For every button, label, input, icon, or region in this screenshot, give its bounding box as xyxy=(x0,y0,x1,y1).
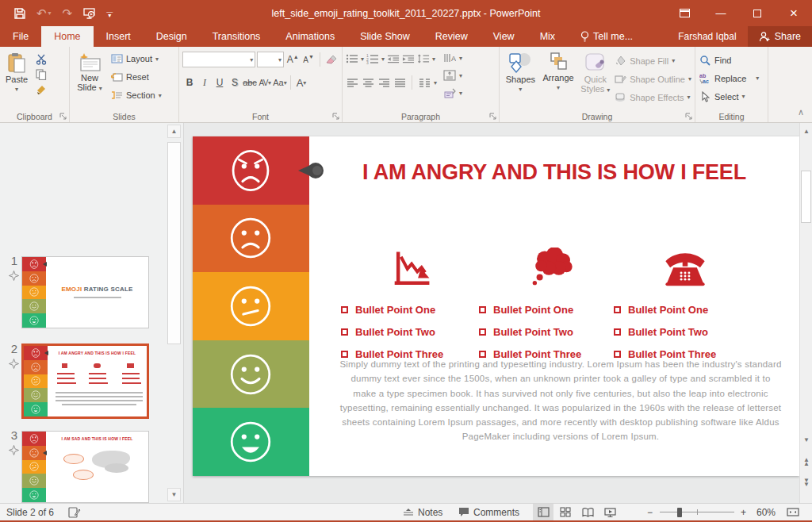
reading-view-button[interactable] xyxy=(577,504,598,520)
previous-slide-button[interactable]: ▲▲ xyxy=(800,455,812,468)
notes-toggle[interactable]: Notes xyxy=(403,504,442,520)
columns-button[interactable] xyxy=(418,76,431,89)
change-case-button[interactable]: Aa▾ xyxy=(273,75,287,90)
emoji-block-sad[interactable] xyxy=(193,205,309,273)
zoom-in-button[interactable]: + xyxy=(741,504,746,520)
account-user-name[interactable]: Farshad Iqbal xyxy=(667,26,747,47)
slide-show-view-button[interactable] xyxy=(599,504,620,520)
telephone-icon[interactable] xyxy=(663,251,707,287)
maximize-button[interactable] xyxy=(739,0,776,26)
fit-slide-to-window-button[interactable] xyxy=(787,504,799,520)
spell-check-icon[interactable] xyxy=(68,507,81,518)
zoom-out-button[interactable]: − xyxy=(647,504,653,520)
slide-paragraph-text[interactable]: Simply dummy text of the printing and ty… xyxy=(339,357,782,444)
convert-to-smartart-button[interactable]: ▾ xyxy=(443,85,462,101)
bold-button[interactable]: B xyxy=(182,75,197,90)
thumbnail-scroll-down-icon[interactable]: ▼ xyxy=(167,488,181,501)
emoji-block-neutral[interactable] xyxy=(193,272,309,340)
line-spacing-button[interactable] xyxy=(417,52,430,65)
paragraph-dialog-launcher[interactable] xyxy=(489,113,497,121)
font-dialog-launcher[interactable] xyxy=(332,113,340,121)
align-right-button[interactable] xyxy=(377,76,390,89)
tab-transitions[interactable]: Transitions xyxy=(200,26,274,47)
save-icon[interactable] xyxy=(14,8,25,19)
bullets-button[interactable] xyxy=(346,52,358,65)
minimize-button[interactable]: — xyxy=(703,0,739,26)
tab-design[interactable]: Design xyxy=(144,26,200,47)
decrease-indent-button[interactable] xyxy=(387,52,400,65)
shape-fill-button[interactable]: Shape Fill▾ xyxy=(614,52,691,69)
emoji-block-smile[interactable] xyxy=(193,340,309,409)
replace-button[interactable]: abac Replace▾ xyxy=(699,70,764,86)
tab-home[interactable]: Home xyxy=(41,26,93,47)
paste-button[interactable]: Paste ▾ xyxy=(3,50,30,110)
character-spacing-button[interactable]: AV▾ xyxy=(258,75,272,90)
close-button[interactable]: × xyxy=(776,0,812,26)
shape-effects-button[interactable]: Shape Effects▾ xyxy=(614,89,691,106)
tab-review[interactable]: Review xyxy=(423,26,481,47)
quick-styles-button[interactable]: QuickStyles ▾ xyxy=(578,50,612,110)
editor-scrollbar-thumb[interactable] xyxy=(801,171,811,223)
align-text-button[interactable]: ▾ xyxy=(443,67,462,83)
justify-button[interactable] xyxy=(393,76,406,89)
collapse-ribbon-button[interactable]: ∧ xyxy=(798,107,804,117)
font-color-button[interactable]: A▾ xyxy=(294,75,308,90)
bullet-item[interactable]: Bullet Point Two xyxy=(479,320,622,343)
thought-cloud-icon[interactable] xyxy=(527,248,573,287)
layout-button[interactable]: Layout▾ xyxy=(110,50,162,67)
customize-qat-icon[interactable]: —▾ xyxy=(106,10,113,17)
text-direction-button[interactable]: A▾ xyxy=(443,50,462,66)
scroll-down-icon[interactable]: ▼ xyxy=(800,433,812,446)
tab-slide-show[interactable]: Slide Show xyxy=(347,26,423,47)
find-button[interactable]: Find xyxy=(699,52,764,68)
tab-file[interactable]: File xyxy=(0,26,41,47)
undo-icon[interactable]: ↶▾ xyxy=(36,6,52,21)
redo-icon[interactable]: ↷ xyxy=(63,6,73,21)
slide-sorter-view-button[interactable] xyxy=(555,504,576,520)
thumbnail-scrollbar-thumb[interactable] xyxy=(167,142,181,344)
text-shadow-button[interactable]: S xyxy=(228,75,242,90)
tab-insert[interactable]: Insert xyxy=(94,26,144,47)
emoji-block-happy[interactable] xyxy=(193,408,309,476)
start-from-beginning-icon[interactable] xyxy=(83,8,95,19)
format-painter-icon[interactable] xyxy=(35,83,48,96)
zoom-slider-handle[interactable] xyxy=(677,508,682,517)
slide-canvas[interactable]: I AM ANGRY AND THIS IS HOW I FEEL Bullet… xyxy=(193,136,799,476)
thumbnail-scroll-up-icon[interactable]: ▲ xyxy=(167,125,181,138)
font-size-combobox[interactable]: ▾ xyxy=(257,52,284,67)
slide-thumbnail-3[interactable]: I AM SAD AND THIS IS HOW I FEEL xyxy=(21,431,149,503)
italic-button[interactable]: I xyxy=(197,75,212,90)
shape-outline-button[interactable]: Shape Outline▾ xyxy=(614,71,691,87)
scroll-up-icon[interactable]: ▲ xyxy=(800,125,812,137)
rating-pointer-icon[interactable] xyxy=(298,161,325,180)
tell-me-box[interactable]: Tell me... xyxy=(568,26,645,47)
tab-view[interactable]: View xyxy=(481,26,527,47)
bullet-item[interactable]: Bullet Point One xyxy=(341,298,484,320)
reset-button[interactable]: Reset xyxy=(110,68,162,86)
bullet-item[interactable]: Bullet Point Two xyxy=(341,320,484,343)
slide-thumbnail-1[interactable]: EMOJI RATING SCALE xyxy=(21,256,149,328)
strikethrough-button[interactable]: abc xyxy=(243,75,257,90)
section-button[interactable]: Section▾ xyxy=(110,86,162,104)
shapes-button[interactable]: Shapes ▾ xyxy=(503,50,538,110)
font-name-combobox[interactable]: ▾ xyxy=(182,52,255,67)
increase-font-size-button[interactable]: A▲ xyxy=(285,52,300,67)
drawing-dialog-launcher[interactable] xyxy=(685,113,693,121)
align-center-button[interactable] xyxy=(362,76,374,89)
underline-button[interactable]: U xyxy=(213,75,227,90)
slide-thumbnail-2-selected[interactable]: I AM ANGRY AND THIS IS HOW I FEEL xyxy=(21,344,149,419)
zoom-percentage[interactable]: 60% xyxy=(756,504,776,520)
bullet-item[interactable]: Bullet Point One xyxy=(614,298,756,320)
new-slide-button[interactable]: NewSlide ▾ xyxy=(73,50,106,110)
copy-icon[interactable] xyxy=(35,68,48,81)
clipboard-dialog-launcher[interactable] xyxy=(59,113,67,121)
decrease-font-size-button[interactable]: A▼ xyxy=(301,52,316,67)
tab-mix[interactable]: Mix xyxy=(527,26,568,47)
clear-formatting-button[interactable] xyxy=(324,52,339,67)
next-slide-button[interactable]: ▼▼ xyxy=(800,476,812,489)
emoji-block-angry[interactable] xyxy=(193,136,309,205)
cut-icon[interactable] xyxy=(35,53,48,66)
numbering-button[interactable]: 123 xyxy=(366,52,379,65)
slide-title-text[interactable]: I AM ANGRY AND THIS IS HOW I FEEL xyxy=(309,160,799,185)
increase-indent-button[interactable] xyxy=(402,52,415,65)
